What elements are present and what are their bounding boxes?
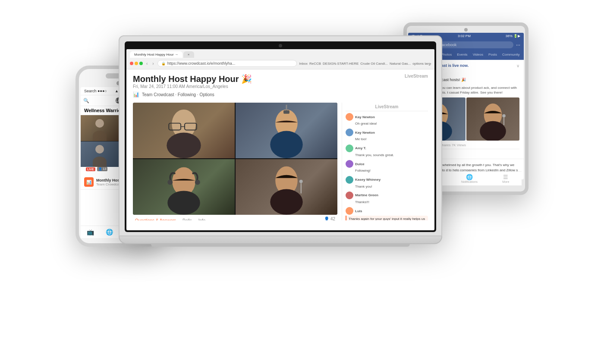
tab-polls[interactable]: Polls (182, 217, 192, 220)
browser-bookmarks: Inbox ReCCB DESIGN-START-HERE Crude Oil … (299, 62, 431, 66)
svg-point-15 (299, 180, 303, 183)
phone-event-icon: 📊 (84, 177, 94, 187)
browser-controls: ‹ › 🔒 https://www.crowdcast.io/e/monthly… (130, 60, 431, 67)
browser-minimize-btn[interactable] (135, 62, 138, 65)
scene: Search ●●●○ ▲ 1:01 PM ▸▸ 🔍 List Map Well… (76, 14, 528, 350)
svg-point-14 (270, 189, 302, 215)
browser-tabs: Monthly Host Happy Hour → × (130, 51, 431, 58)
chat-header: LiveStream (346, 103, 428, 111)
fb-bottom-more[interactable]: ☰ More (502, 174, 509, 183)
browser-forward-btn[interactable]: › (151, 61, 155, 66)
chat-text-4: Following! (346, 169, 428, 173)
phone-video-cell-3 (81, 141, 119, 167)
chat-name-2: Kay Newton (355, 131, 375, 135)
bookmark-natural-gas[interactable]: Natural Gas... (390, 62, 411, 66)
video-cell-4 (236, 159, 337, 215)
live-count: 👤 13 (97, 167, 108, 171)
laptop-device: Monthly Host Happy Hour → × ‹ › (119, 35, 442, 260)
ipad-status-time: 3:02 PM (458, 34, 471, 38)
laptop-base (119, 236, 442, 244)
more-label: More (502, 180, 509, 183)
svg-point-10 (167, 191, 200, 215)
tab-questions-answers[interactable]: Questions & Answers (135, 217, 176, 220)
chat-message-4: Dulce Following! (346, 160, 428, 173)
chat-name-luis: Luis (355, 209, 362, 213)
video-face-1 (133, 103, 235, 158)
phone-bottom-globe-icon[interactable]: 🌐 (106, 229, 113, 235)
fb-tab-posts[interactable]: Posts (486, 50, 500, 60)
browser-url-bar[interactable]: 🔒 https://www.crowdcast.io/e/monthlyha..… (157, 60, 297, 67)
bookmark-design[interactable]: DESIGN-START-HERE (323, 62, 359, 66)
chat-text-luis: Thanks again for your guys' input it rea… (346, 216, 428, 220)
video-cell-3 (133, 159, 235, 215)
livestream-label: LiveStream (405, 74, 428, 78)
notifications-icon: 🌐 (461, 174, 478, 180)
chat-name-4: Dulce (355, 162, 365, 166)
svg-point-12 (195, 180, 200, 185)
fb-tab-videos[interactable]: Videos (470, 50, 486, 60)
video-cell-2 (236, 103, 337, 158)
laptop-camera (279, 44, 282, 47)
video-grid (133, 103, 337, 215)
laptop-foot (151, 244, 410, 247)
svg-point-21 (502, 114, 506, 118)
browser-maximize-btn[interactable] (139, 62, 143, 65)
bookmark-reccb[interactable]: ReCCB (309, 62, 321, 66)
chat-avatar-5 (346, 176, 353, 184)
svg-rect-8 (283, 110, 289, 114)
ipad-status-right: 36% 🔋▶ (506, 34, 520, 38)
notifications-label: Notifications (461, 180, 478, 183)
fb-bottom-notifications[interactable]: 🌐 Notifications (461, 174, 478, 183)
url-text: https://www.crowdcast.io/e/monthlyha... (167, 61, 236, 66)
chat-message-5: Kasey Whinney Thank you! (346, 176, 428, 189)
page-host-text: Team Crowdcast · Following · Options (142, 92, 214, 97)
bookmark-options[interactable]: options large increase (412, 62, 431, 66)
ssl-lock-icon: 🔒 (161, 62, 166, 66)
svg-point-11 (167, 180, 173, 185)
laptop-screen: Monthly Host Happy Hour → × ‹ › (126, 49, 434, 230)
chat-text-2: Me too! (346, 137, 428, 141)
bookmark-inbox[interactable]: Inbox (299, 62, 308, 66)
chat-avatar-6 (346, 191, 353, 199)
chat-message-6: Martine Green Thanks!!! (346, 191, 428, 204)
tab-info[interactable]: Info (198, 217, 206, 220)
browser-close-btn[interactable] (130, 62, 133, 65)
phone-video-cell-1 (81, 115, 119, 141)
video-tabs-bar: Questions & Answers Polls Info 👤 42 (133, 217, 337, 220)
chat-name-6: Martine Green (355, 193, 378, 197)
chat-message-3: Amy T. Thank you, sounds great. (346, 144, 428, 157)
bookmark-oil[interactable]: Crude Oil Candl... (360, 62, 388, 66)
phone-status-wifi: ▲ (115, 89, 119, 93)
laptop-body: Monthly Host Happy Hour → × ‹ › (119, 35, 442, 236)
chat-text-5: Thank you! (346, 185, 428, 189)
chevron-down-icon[interactable]: ∨ (516, 63, 519, 68)
chat-text-3: Thank you, sounds great. (346, 153, 428, 157)
host-icon: 📊 (133, 91, 139, 97)
video-section: Questions & Answers Polls Info 👤 42 Ask … (133, 103, 337, 220)
chat-avatar-3 (346, 144, 353, 152)
chat-message-2: Kay Newton Me too! (346, 129, 428, 141)
chat-message-luis: Luis Thanks again for your guys' input i… (346, 207, 428, 220)
video-face-2 (236, 103, 337, 158)
svg-point-20 (480, 121, 506, 141)
chat-name-1: Kay Newton (355, 115, 375, 119)
fb-more-button[interactable]: ··· (516, 42, 520, 48)
video-face-3 (133, 159, 235, 215)
laptop-bezel: Monthly Host Happy Hour → × ‹ › (125, 41, 436, 232)
tablet-camera (464, 28, 468, 31)
phone-bottom-tv-icon[interactable]: 📺 (87, 229, 94, 235)
page-title: Monthly Host Happy Hour 🎉 (133, 74, 252, 84)
chat-text-6: Thanks!!! (346, 200, 428, 204)
page-content: Monthly Host Happy Hour 🎉 Fri, Mar 24, 2… (126, 69, 434, 220)
fb-tab-community[interactable]: Community (500, 50, 522, 60)
viewer-count: 👤 42 (324, 217, 335, 220)
chat-section: LiveStream Kay Newton Oh great idea! (342, 103, 428, 220)
browser-tab-x[interactable]: × (183, 51, 194, 58)
live-pill: LIVE (86, 167, 95, 171)
phone-status-left: Search ●●●○ (84, 89, 107, 93)
fb-tab-events[interactable]: Events (454, 50, 470, 60)
browser-tab-active[interactable]: Monthly Host Happy Hour → (130, 51, 182, 58)
chat-avatar-1 (346, 113, 353, 121)
browser-back-btn[interactable]: ‹ (145, 61, 149, 66)
chat-avatar-4 (346, 160, 353, 168)
